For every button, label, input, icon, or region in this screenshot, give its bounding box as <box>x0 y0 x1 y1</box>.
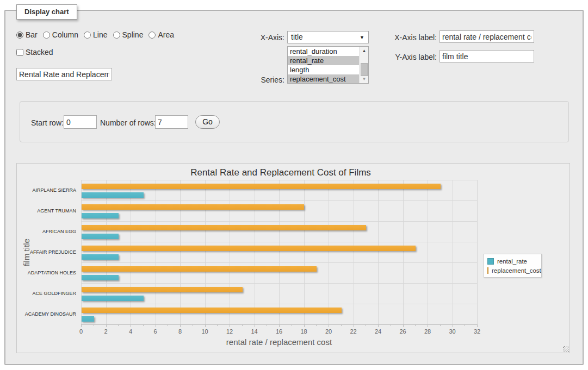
bar-replacement_cost[interactable] <box>82 204 304 210</box>
gridline <box>81 304 477 304</box>
bar-replacement_cost[interactable] <box>82 246 416 251</box>
legend-item-rental_rate[interactable]: rental_rate <box>487 256 538 266</box>
bar-replacement_cost[interactable] <box>82 308 342 313</box>
gridline <box>131 180 131 324</box>
axis-tick <box>378 324 379 327</box>
number-of-rows-input[interactable] <box>155 115 188 129</box>
chart-x-axis-title: rental rate / replacement cost <box>81 337 477 347</box>
bar-rental_rate[interactable] <box>82 316 94 322</box>
bar-rental_rate[interactable] <box>82 234 119 239</box>
axis-tick <box>205 324 206 327</box>
axis-tick <box>415 324 416 326</box>
x-axis-label-input[interactable] <box>440 30 534 43</box>
stacked-row: Stacked <box>16 48 53 57</box>
axis-tick <box>292 324 292 326</box>
gridline <box>428 180 428 324</box>
chart-type-radio-column[interactable] <box>43 32 50 39</box>
gridline <box>81 180 82 324</box>
gridline <box>378 180 379 324</box>
x-axis-selected-value: title <box>291 33 303 41</box>
axis-tick <box>477 324 478 327</box>
bar-rental_rate[interactable] <box>82 213 119 218</box>
legend-label: rental_rate <box>497 258 527 265</box>
category-label: AFFAIR PREJUDICE <box>17 249 76 255</box>
category-label: AGENT TRUMAN <box>17 208 76 214</box>
axis-tick <box>453 324 453 327</box>
axis-tick <box>106 324 107 327</box>
chart-area: Rental Rate and Replacement Cost of Film… <box>16 163 570 353</box>
axis-tick <box>217 324 218 326</box>
chart-title-input[interactable] <box>16 68 112 80</box>
axis-tick <box>391 324 391 326</box>
gridline <box>230 180 230 324</box>
number-of-rows-label: Number of rows: <box>100 118 156 127</box>
stacked-checkbox[interactable] <box>16 49 23 56</box>
axis-tick-label: 32 <box>469 328 485 335</box>
chart-type-radio-group: BarColumnLineSplineArea <box>16 30 180 39</box>
axis-tick <box>131 324 131 327</box>
axis-tick-label: 24 <box>370 328 386 335</box>
scrollbar[interactable]: ▲ ▼ <box>359 47 368 83</box>
series-option-rental_rate[interactable]: rental_rate <box>288 56 368 65</box>
axis-tick <box>143 324 144 326</box>
x-axis-select[interactable]: title ▼ <box>287 31 369 43</box>
axis-tick <box>230 324 230 327</box>
chart-resize-handle[interactable] <box>563 346 569 352</box>
gridline <box>205 180 206 324</box>
bar-replacement_cost[interactable] <box>82 287 243 292</box>
gridline <box>81 180 477 180</box>
axis-tick <box>118 324 119 326</box>
bar-replacement_cost[interactable] <box>82 266 317 272</box>
chevron-down-icon: ▼ <box>360 35 364 40</box>
series-option-replacement_cost[interactable]: replacement_cost <box>288 74 368 84</box>
axis-tick-label: 4 <box>122 328 139 335</box>
series-listbox[interactable]: rental_durationrental_ratelengthreplacem… <box>287 46 369 84</box>
start-row-input[interactable] <box>64 115 97 129</box>
chart-type-radio-bar[interactable] <box>16 32 23 39</box>
gridline <box>81 200 477 201</box>
legend-item-replacement_cost[interactable]: replacement_cost <box>487 266 538 275</box>
axis-tick <box>304 324 305 327</box>
category-label: AFRICAN EGG <box>17 229 76 234</box>
gridline <box>81 283 477 284</box>
bar-rental_rate[interactable] <box>82 254 119 260</box>
axis-tick-label: 0 <box>73 328 89 335</box>
chart-type-option-column: Column <box>43 30 78 39</box>
series-option-rental_duration[interactable]: rental_duration <box>288 47 368 56</box>
axis-tick <box>168 324 168 326</box>
scrollbar-thumb[interactable] <box>361 63 368 76</box>
axis-tick <box>316 324 317 326</box>
bar-rental_rate[interactable] <box>82 275 119 280</box>
chart-type-radio-line[interactable] <box>84 32 91 39</box>
category-label: AIRPLANE SIERRA <box>17 187 76 193</box>
axis-tick <box>354 324 354 327</box>
scroll-down-icon[interactable]: ▼ <box>360 75 369 83</box>
chart-type-radio-area[interactable] <box>148 32 156 39</box>
axis-tick <box>81 324 82 327</box>
scroll-up-icon[interactable]: ▲ <box>360 47 369 55</box>
axis-tick-label: 22 <box>345 328 362 335</box>
chart-type-option-spline: Spline <box>113 30 144 39</box>
bar-rental_rate[interactable] <box>82 296 144 301</box>
x-axis-label-field-label: X-Axis label: <box>388 33 437 42</box>
axis-tick <box>329 324 329 327</box>
bar-replacement_cost[interactable] <box>82 184 441 189</box>
go-button[interactable]: Go <box>195 115 220 129</box>
gridline <box>304 180 305 324</box>
bar-rental_rate[interactable] <box>82 192 144 198</box>
chart-legend: rental_ratereplacement_cost <box>484 254 542 278</box>
y-axis-label-input[interactable] <box>440 50 534 62</box>
bar-replacement_cost[interactable] <box>82 225 366 230</box>
axis-tick <box>156 324 156 327</box>
axis-tick <box>279 324 280 327</box>
axis-tick <box>193 324 193 326</box>
chart-type-radio-spline[interactable] <box>113 32 120 39</box>
chart-type-option-bar: Bar <box>16 30 38 39</box>
axis-tick-label: 12 <box>221 328 238 335</box>
chart-title: Rental Rate and Replacement Cost of Film… <box>17 167 544 178</box>
gridline <box>180 180 181 324</box>
legend-label: replacement_cost <box>492 267 541 274</box>
axis-tick-label: 30 <box>444 328 461 335</box>
axis-tick <box>267 324 267 326</box>
series-option-length[interactable]: length <box>288 65 368 74</box>
